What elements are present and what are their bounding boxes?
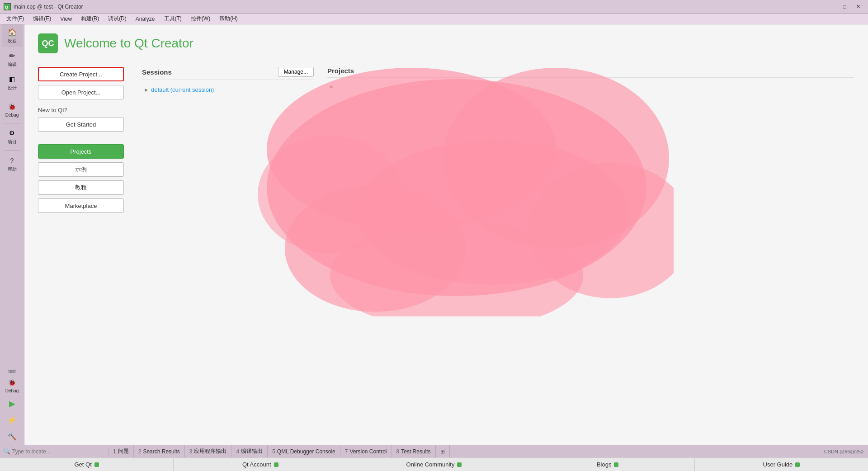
blogs-indicator: [614, 462, 618, 467]
new-to-qt-label: New to Qt?: [38, 107, 128, 113]
sidebar-item-welcome[interactable]: 🏠 欢迎: [2, 24, 23, 47]
manage-sessions-button[interactable]: Manage...: [278, 67, 314, 77]
project-item[interactable]: ▶: [327, 82, 854, 91]
welcome-title-prefix: Welcome to: [64, 36, 134, 50]
open-project-button[interactable]: Open Project...: [38, 85, 124, 99]
sessions-col: Sessions Manage... ▶ default (current se…: [142, 67, 314, 462]
window-controls: − □ ✕: [825, 2, 864, 12]
status-tab-problems[interactable]: 1 问题: [108, 445, 134, 457]
status-tab-problems-label: 问题: [118, 447, 129, 455]
session-name: default (current session): [151, 86, 214, 93]
user-guide-label: User Guide: [763, 461, 793, 468]
menu-file[interactable]: 文件(F): [2, 14, 28, 24]
sidebar-item-run-debug[interactable]: 🐞 Debug: [2, 375, 23, 396]
menu-controls[interactable]: 控件(W): [186, 14, 215, 24]
left-actions-col: Create Project... Open Project... New to…: [38, 67, 128, 462]
qt-account-label: Qt Account: [242, 461, 271, 468]
sessions-title: Sessions: [142, 68, 172, 76]
status-tab-app-output[interactable]: 3 应用程序输出: [185, 445, 232, 457]
status-tab-qml-label: QML Debugger Console: [277, 448, 335, 455]
app-icon: Q: [4, 3, 11, 10]
user-guide-link[interactable]: User Guide: [695, 458, 868, 471]
projects-nav-button[interactable]: Projects: [38, 144, 124, 159]
marketplace-nav-button[interactable]: Marketplace: [38, 198, 124, 213]
status-tab-test-results[interactable]: 8 Test Results: [392, 445, 436, 457]
sidebar-divider-2: [4, 123, 20, 123]
sidebar-divider-3: [4, 151, 20, 151]
debug-icon: 🐞: [7, 102, 17, 112]
maximize-button[interactable]: □: [838, 2, 851, 12]
sidebar-item-help[interactable]: ? 帮助: [2, 153, 23, 175]
statusbar: 🔍 1 问题 2 Search Results 3 应用程序输出 4: [24, 445, 868, 457]
welcome-header: QC Welcome to Qt Creator: [38, 33, 854, 53]
blogs-label: Blogs: [597, 461, 612, 468]
projects-header: Projects: [327, 67, 854, 78]
qt-account-link[interactable]: Qt Account: [174, 458, 347, 471]
examples-nav-button[interactable]: 示例: [38, 162, 124, 177]
minimize-button[interactable]: −: [825, 2, 837, 12]
status-tab-vc-label: Version Control: [349, 448, 387, 455]
sidebar-help-label: 帮助: [8, 166, 17, 173]
edit-icon: ✏: [7, 51, 17, 61]
sidebar-item-edit[interactable]: ✏ 编辑: [2, 48, 23, 71]
status-tab-compile[interactable]: 4 编译输出: [231, 445, 268, 457]
welcome-title: Welcome to Qt Creator: [64, 36, 193, 51]
get-qt-link[interactable]: Get Qt: [0, 458, 174, 471]
help-icon: ?: [7, 155, 17, 165]
sidebar-welcome-label: 欢迎: [8, 38, 17, 44]
run-debug-icon: 🐞: [7, 377, 17, 387]
run-button[interactable]: ▶: [2, 397, 23, 410]
projects-icon: ⚙: [7, 128, 17, 138]
create-project-button[interactable]: Create Project...: [38, 67, 124, 81]
welcome-title-brand: Qt Creator: [134, 36, 193, 50]
locate-input[interactable]: [24, 448, 85, 455]
sidebar-item-design[interactable]: ◧ 设计: [2, 71, 23, 94]
sidebar-edit-label: 编辑: [8, 61, 17, 68]
search-bar: 🔍: [24, 448, 108, 455]
menu-view[interactable]: View: [56, 15, 76, 23]
menu-edit[interactable]: 编辑(E): [28, 14, 56, 24]
sidebar-debug-label: Debug: [5, 113, 19, 118]
get-started-button[interactable]: Get Started: [38, 117, 124, 132]
menu-debug[interactable]: 调试(D): [104, 14, 131, 24]
run-debug-label: Debug: [5, 388, 19, 393]
build-icon: 🔨: [7, 431, 17, 441]
content-area: QC Welcome to Qt Creator Create Project.…: [24, 24, 868, 471]
sidebar-item-projects[interactable]: ⚙ 项目: [2, 125, 23, 148]
analyze-icon: ⚡: [7, 415, 17, 425]
status-tab-more[interactable]: ⊞: [436, 445, 450, 457]
session-arrow-icon: ▶: [145, 87, 148, 92]
menubar: 文件(F) 编辑(E) View 构建(B) 调试(D) Analyze 工具(…: [0, 14, 868, 24]
status-tab-version-control[interactable]: 7 Version Control: [340, 445, 392, 457]
sidebar-item-debug[interactable]: 🐞 Debug: [2, 99, 23, 120]
menu-build[interactable]: 构建(B): [76, 14, 104, 24]
menu-help[interactable]: 帮助(H): [215, 14, 242, 24]
more-icon: ⊞: [440, 448, 445, 455]
welcome-page: QC Welcome to Qt Creator Create Project.…: [24, 24, 868, 471]
online-community-link[interactable]: Online Community: [347, 458, 521, 471]
session-item-default[interactable]: ▶ default (current session): [142, 85, 314, 95]
design-icon: ◧: [7, 74, 17, 84]
blogs-link[interactable]: Blogs: [521, 458, 695, 471]
status-tab-app-label: 应用程序输出: [194, 447, 226, 455]
user-guide-indicator: [795, 462, 800, 467]
sidebar-projects-label: 项目: [8, 139, 17, 145]
qt-creator-logo: QC: [38, 33, 58, 53]
close-button[interactable]: ✕: [852, 2, 864, 12]
status-tab-test-label: Test Results: [401, 448, 430, 455]
menu-analyze[interactable]: Analyze: [131, 15, 160, 23]
status-tab-search-results[interactable]: 2 Search Results: [134, 445, 185, 457]
build-button[interactable]: 🔨: [2, 429, 23, 443]
status-tab-qml-debug[interactable]: 5 QML Debugger Console: [268, 445, 340, 457]
titlebar: Q main.cpp @ test - Qt Creator − □ ✕: [0, 0, 868, 14]
sidebar-project-name: test: [7, 367, 16, 375]
get-qt-indicator: [94, 462, 99, 467]
projects-col: Projects ▶: [327, 67, 854, 462]
sidebar-divider-1: [4, 97, 20, 97]
menu-tools[interactable]: 工具(T): [160, 14, 186, 24]
project-arrow-icon: ▶: [330, 84, 334, 89]
analyze-button[interactable]: ⚡: [2, 413, 23, 427]
status-tab-search-label: Search Results: [143, 448, 179, 455]
tutorials-nav-button[interactable]: 教程: [38, 180, 124, 195]
status-tab-compile-label: 编译输出: [241, 447, 263, 455]
